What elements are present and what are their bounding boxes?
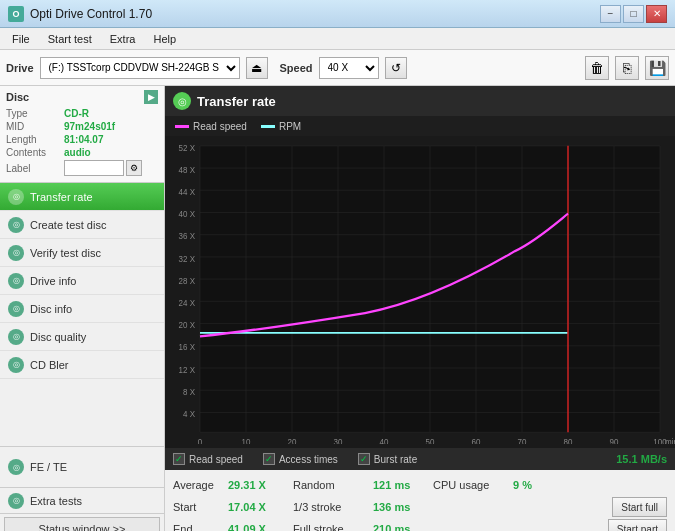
- svg-text:24 X: 24 X: [179, 297, 196, 308]
- legend-read-speed: Read speed: [175, 121, 247, 132]
- svg-text:60: 60: [472, 437, 481, 444]
- nav-create-test-disc-label: Create test disc: [30, 219, 106, 231]
- nav-disc-quality-label: Disc quality: [30, 331, 86, 343]
- drive-label: Drive: [6, 62, 34, 74]
- content-area: ◎ Transfer rate Read speed RPM: [165, 86, 675, 531]
- menu-extra[interactable]: Extra: [102, 31, 144, 47]
- disc-length-row: Length 81:04.07: [6, 134, 158, 145]
- full-stroke-label: Full stroke: [293, 523, 363, 531]
- refresh-button[interactable]: ↺: [385, 57, 407, 79]
- disc-info-icon: ◎: [8, 301, 24, 317]
- svg-text:28 X: 28 X: [179, 275, 196, 286]
- create-test-disc-icon: ◎: [8, 217, 24, 233]
- nav-fe-te[interactable]: ◎ FE / TE: [8, 453, 156, 481]
- end-label: End: [173, 523, 218, 531]
- nav-drive-info-label: Drive info: [30, 275, 76, 287]
- average-label: Average: [173, 479, 218, 491]
- one-third-stroke-label: 1/3 stroke: [293, 501, 363, 513]
- checkbox-row: ✓ Read speed ✓ Access times ✓ Burst rate…: [165, 448, 675, 470]
- nav-disc-quality[interactable]: ◎ Disc quality: [0, 323, 164, 351]
- disc-type-value: CD-R: [64, 108, 89, 119]
- nav-verify-test-disc[interactable]: ◎ Verify test disc: [0, 239, 164, 267]
- erase-button[interactable]: 🗑: [585, 56, 609, 80]
- disc-type-row: Type CD-R: [6, 108, 158, 119]
- cd-bler-icon: ◎: [8, 357, 24, 373]
- nav-verify-test-disc-label: Verify test disc: [30, 247, 101, 259]
- start-full-button[interactable]: Start full: [612, 497, 667, 517]
- app-icon: O: [8, 6, 24, 22]
- extra-tests-label: Extra tests: [30, 495, 82, 507]
- svg-text:48 X: 48 X: [179, 164, 196, 175]
- one-third-stroke-value: 136 ms: [373, 501, 423, 513]
- stats-row-2: Start 17.04 X 1/3 stroke 136 ms Start fu…: [173, 496, 667, 518]
- close-button[interactable]: ✕: [646, 5, 667, 23]
- fe-te-label: FE / TE: [30, 461, 67, 473]
- burst-rate-checkbox[interactable]: ✓ Burst rate: [358, 453, 417, 465]
- eject-button[interactable]: ⏏: [246, 57, 268, 79]
- nav-cd-bler[interactable]: ◎ CD Bler: [0, 351, 164, 379]
- stats-row-3: End 41.09 X Full stroke 210 ms Start par…: [173, 518, 667, 531]
- title-buttons: − □ ✕: [600, 5, 667, 23]
- svg-text:80: 80: [564, 437, 573, 444]
- svg-text:20: 20: [288, 437, 297, 444]
- legend-rpm: RPM: [261, 121, 301, 132]
- svg-text:30: 30: [334, 437, 343, 444]
- svg-text:10: 10: [242, 437, 251, 444]
- status-window-container: Status window >>: [0, 514, 164, 531]
- burst-rate-value-display: 15.1 MB/s: [616, 453, 667, 465]
- disc-type-label: Type: [6, 108, 64, 119]
- svg-text:90: 90: [610, 437, 619, 444]
- minimize-button[interactable]: −: [600, 5, 621, 23]
- save-button[interactable]: 💾: [645, 56, 669, 80]
- disc-panel: Disc ▶ Type CD-R MID 97m24s01f Length 81…: [0, 86, 164, 183]
- main-area: Disc ▶ Type CD-R MID 97m24s01f Length 81…: [0, 86, 675, 531]
- svg-text:min: min: [665, 437, 675, 444]
- end-value: 41.09 X: [228, 523, 283, 531]
- read-speed-color: [175, 125, 189, 128]
- nav-drive-info[interactable]: ◎ Drive info: [0, 267, 164, 295]
- speed-select[interactable]: 40 X: [319, 57, 379, 79]
- sidebar-bottom: ◎ FE / TE ◎ Extra tests Status window >>: [0, 446, 164, 531]
- legend-read-speed-label: Read speed: [193, 121, 247, 132]
- svg-text:70: 70: [518, 437, 527, 444]
- nav-disc-info[interactable]: ◎ Disc info: [0, 295, 164, 323]
- chart-svg: 52 X 48 X 44 X 40 X 36 X 32 X 28 X 24 X …: [165, 140, 675, 444]
- disc-label-input[interactable]: [64, 160, 124, 176]
- menu-file[interactable]: File: [4, 31, 38, 47]
- burst-value: 15.1 MB/s: [616, 453, 667, 465]
- read-speed-checkbox[interactable]: ✓ Read speed: [173, 453, 243, 465]
- disc-length-label: Length: [6, 134, 64, 145]
- status-window-button[interactable]: Status window >>: [4, 517, 160, 531]
- svg-text:16 X: 16 X: [179, 342, 196, 353]
- window-title: Opti Drive Control 1.70: [30, 7, 152, 21]
- access-times-checkbox[interactable]: ✓ Access times: [263, 453, 338, 465]
- disc-label-settings-button[interactable]: ⚙: [126, 160, 142, 176]
- svg-text:12 X: 12 X: [179, 364, 196, 375]
- chart-legend: Read speed RPM: [165, 116, 675, 136]
- random-label: Random: [293, 479, 363, 491]
- disc-expand-button[interactable]: ▶: [144, 90, 158, 104]
- disc-contents-row: Contents audio: [6, 147, 158, 158]
- copy-button[interactable]: ⎘: [615, 56, 639, 80]
- sidebar: Disc ▶ Type CD-R MID 97m24s01f Length 81…: [0, 86, 165, 531]
- start-value: 17.04 X: [228, 501, 283, 513]
- svg-text:40 X: 40 X: [179, 209, 196, 220]
- svg-text:40: 40: [380, 437, 389, 444]
- disc-contents-label: Contents: [6, 147, 64, 158]
- nav-transfer-rate-label: Transfer rate: [30, 191, 93, 203]
- read-speed-checkbox-box: ✓: [173, 453, 185, 465]
- cpu-usage-label: CPU usage: [433, 479, 503, 491]
- menu-start-test[interactable]: Start test: [40, 31, 100, 47]
- svg-text:36 X: 36 X: [179, 231, 196, 242]
- start-part-button[interactable]: Start part: [608, 519, 667, 531]
- nav-create-test-disc[interactable]: ◎ Create test disc: [0, 211, 164, 239]
- maximize-button[interactable]: □: [623, 5, 644, 23]
- title-bar-left: O Opti Drive Control 1.70: [8, 6, 152, 22]
- nav-transfer-rate[interactable]: ◎ Transfer rate: [0, 183, 164, 211]
- drive-select[interactable]: (F:) TSSTcorp CDDVDW SH-224GB SB00: [40, 57, 240, 79]
- nav-extra-tests[interactable]: ◎ Extra tests: [0, 488, 164, 514]
- disc-contents-value: audio: [64, 147, 91, 158]
- menu-help[interactable]: Help: [145, 31, 184, 47]
- chart-icon: ◎: [173, 92, 191, 110]
- full-stroke-value: 210 ms: [373, 523, 423, 531]
